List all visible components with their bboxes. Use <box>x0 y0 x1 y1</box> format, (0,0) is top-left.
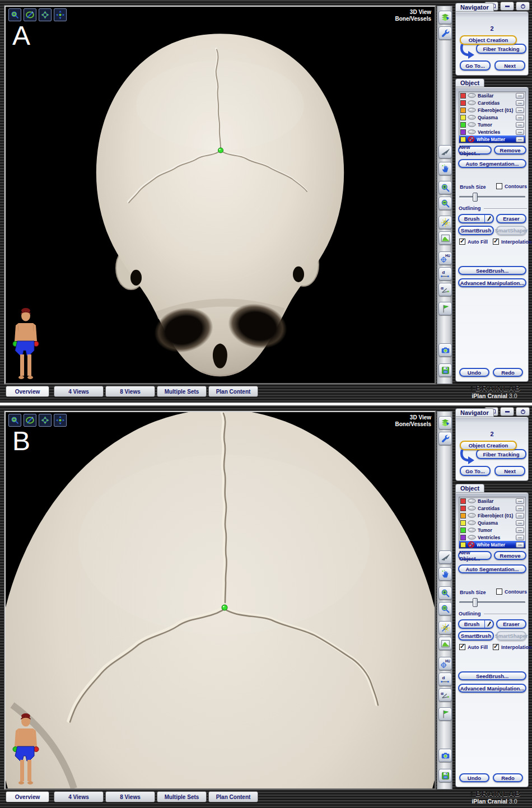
auto-segmentation-button[interactable]: Auto Segmentation... <box>458 159 526 168</box>
object-options-button[interactable]: ... <box>516 100 524 106</box>
object-row[interactable]: Basilar... <box>459 497 525 505</box>
auto-fill-checkbox[interactable] <box>459 239 465 245</box>
layers-views-icon[interactable] <box>438 416 452 429</box>
object-row[interactable]: Carotidas... <box>459 505 525 512</box>
object-options-button[interactable]: ... <box>516 137 524 142</box>
layers-views-icon[interactable] <box>438 11 452 24</box>
object-options-button[interactable]: ... <box>516 535 524 540</box>
visibility-eye-icon[interactable] <box>468 535 476 540</box>
fiber-tracking-button[interactable]: Fiber Tracking <box>476 449 526 459</box>
tab-multiple-sets[interactable]: Multiple Sets <box>157 386 207 397</box>
visibility-eye-icon[interactable] <box>468 115 476 120</box>
flag-marker-icon[interactable] <box>438 302 452 315</box>
new-object-button[interactable]: New Object... <box>458 146 492 155</box>
interpolation-checkbox[interactable] <box>493 239 499 245</box>
smart-hand-icon[interactable] <box>438 567 452 581</box>
redo-button[interactable]: Redo <box>493 368 523 377</box>
slider-thumb[interactable] <box>473 193 478 202</box>
power-icon[interactable] <box>516 407 530 416</box>
pointer-plane-icon[interactable] <box>438 145 452 158</box>
object-options-button[interactable]: ... <box>516 93 524 99</box>
new-object-button[interactable]: New Object... <box>458 551 492 560</box>
landmark-marker-dot[interactable] <box>218 148 223 153</box>
brush-size-slider[interactable] <box>459 193 525 200</box>
angle-measure-icon[interactable]: α <box>438 283 452 296</box>
object-options-button[interactable]: ... <box>516 115 524 120</box>
minimize-icon[interactable] <box>500 407 514 416</box>
rotate-tool-icon[interactable] <box>39 8 52 21</box>
zoom-tool-icon[interactable] <box>8 414 21 427</box>
tab-8-views[interactable]: 8 Views <box>105 386 155 397</box>
wrench-settings-icon[interactable] <box>438 26 452 40</box>
locked-prohibition-icon[interactable] <box>468 136 475 143</box>
tab-multiple-sets[interactable]: Multiple Sets <box>157 791 207 802</box>
object-options-button[interactable]: ... <box>516 498 524 504</box>
object-row-selected[interactable]: White Matter... <box>459 136 525 143</box>
visibility-eye-icon[interactable] <box>468 108 476 113</box>
draw-tool-icon[interactable] <box>24 414 36 427</box>
power-icon[interactable] <box>516 2 530 11</box>
visibility-eye-icon[interactable] <box>468 520 476 525</box>
object-row[interactable]: Tumor... <box>459 526 525 534</box>
tab-overview[interactable]: Overview <box>6 791 49 802</box>
slider-thumb[interactable] <box>473 598 478 607</box>
histogram-icon[interactable] <box>438 637 452 650</box>
pointer-plane-icon[interactable] <box>438 550 452 564</box>
visibility-eye-icon[interactable] <box>468 513 476 518</box>
advanced-manipulation-button[interactable]: Advanced Manipulation... <box>458 684 526 693</box>
object-row[interactable]: Basilar... <box>459 92 525 99</box>
angle-measure-icon[interactable]: α <box>438 688 452 702</box>
minimize-icon[interactable] <box>500 2 514 11</box>
remove-button[interactable]: Remove <box>494 551 526 560</box>
distance-measure-icon[interactable]: d <box>438 267 452 281</box>
smartshaper-button[interactable]: SmartShaper <box>496 631 526 641</box>
go-to-button[interactable]: Go To... <box>460 466 491 476</box>
save-icon[interactable] <box>438 769 452 782</box>
visibility-eye-icon[interactable] <box>468 93 476 98</box>
interpolation-checkbox[interactable] <box>493 644 499 650</box>
auto-segmentation-button[interactable]: Auto Segmentation... <box>458 564 526 573</box>
go-to-button[interactable]: Go To... <box>460 60 491 71</box>
remove-button[interactable]: Remove <box>494 146 526 155</box>
pan-tool-icon[interactable] <box>54 8 67 21</box>
landmark-marker-dot[interactable] <box>222 605 227 610</box>
advanced-manipulation-button[interactable]: Advanced Manipulation... <box>458 278 526 287</box>
3d-viewport[interactable]: A 3D View Bone/Vessels <box>4 6 436 384</box>
visibility-eye-icon[interactable] <box>468 498 476 503</box>
object-row[interactable]: Quiasma... <box>459 519 525 526</box>
next-button[interactable]: Next <box>494 466 525 476</box>
windowing-contrast-icon[interactable] <box>438 621 452 634</box>
object-creation-button[interactable]: Object Creation <box>460 35 517 45</box>
auto-fill-checkbox-row[interactable]: Auto Fill <box>459 239 488 245</box>
object-options-button[interactable]: ... <box>516 129 524 135</box>
next-button[interactable]: Next <box>494 60 525 71</box>
object-row[interactable]: Carotidas... <box>459 99 525 106</box>
seedbrush-button[interactable]: SeedBrush... <box>458 266 526 275</box>
object-options-button[interactable]: ... <box>516 506 524 511</box>
tab-8-views[interactable]: 8 Views <box>105 791 155 802</box>
locked-prohibition-icon[interactable] <box>468 541 475 548</box>
object-options-button[interactable]: ... <box>516 542 524 548</box>
object-options-button[interactable]: ... <box>516 520 524 526</box>
object-row[interactable]: Fiberobject (01)... <box>459 106 525 114</box>
brush-pen-icon[interactable] <box>484 215 493 222</box>
hu-measure-icon[interactable]: HU <box>438 251 452 265</box>
object-creation-button[interactable]: Object Creation <box>460 441 517 450</box>
eraser-button[interactable]: Eraser <box>496 214 526 223</box>
pan-tool-icon[interactable] <box>54 414 67 427</box>
visibility-eye-icon[interactable] <box>468 122 476 127</box>
smartbrush-button[interactable]: SmartBrush <box>458 631 494 641</box>
zoom-tool-icon[interactable] <box>8 8 21 21</box>
auto-fill-checkbox-row[interactable]: Auto Fill <box>459 644 488 650</box>
hu-measure-icon[interactable]: HU <box>438 657 452 670</box>
slider-track[interactable] <box>459 601 525 603</box>
wrench-settings-icon[interactable] <box>438 432 452 445</box>
draw-tool-icon[interactable] <box>24 8 36 21</box>
zoom-out-icon[interactable] <box>438 197 452 210</box>
tab-4-views[interactable]: 4 Views <box>54 791 104 802</box>
camera-snapshot-icon[interactable] <box>438 749 452 762</box>
3d-viewport[interactable]: B 3D View Bone/Vessels <box>4 411 436 790</box>
smartbrush-button[interactable]: SmartBrush <box>458 226 494 235</box>
camera-snapshot-icon[interactable] <box>438 343 452 357</box>
redo-button[interactable]: Redo <box>493 773 523 782</box>
